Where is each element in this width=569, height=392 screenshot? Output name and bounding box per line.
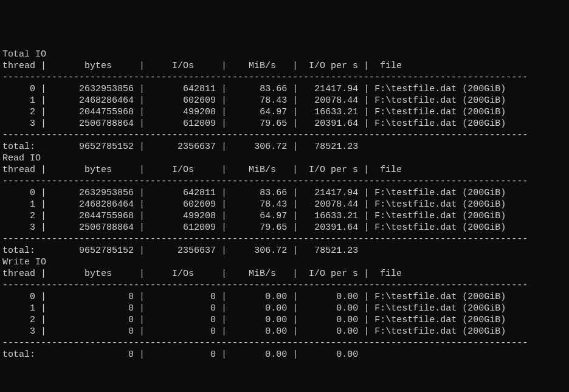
divider: ----------------------------------------… bbox=[2, 280, 528, 291]
cell-ios: 612009 bbox=[150, 222, 216, 233]
cell-bytes: 2506788864 bbox=[52, 119, 134, 129]
divider: ----------------------------------------… bbox=[2, 234, 528, 244]
cell-bytes: 0 bbox=[52, 349, 134, 360]
section-title-line: Read IO bbox=[2, 153, 567, 164]
cell-bytes: 9652785152 bbox=[52, 142, 134, 152]
cell-file: F:\testfile.dat (200GiB) bbox=[374, 107, 506, 117]
cell-total-label: total: bbox=[2, 349, 35, 360]
cell-file: F:\testfile.dat (200GiB) bbox=[374, 188, 506, 198]
cell-mibs: 78.43 bbox=[232, 95, 287, 106]
table-row: 1 | 0 | 0 | 0.00 | 0.00 | F:\testfile.da… bbox=[2, 303, 567, 314]
cell-ios: 499208 bbox=[150, 107, 216, 117]
cell-bytes: 9652785152 bbox=[52, 246, 134, 256]
cell-mibs: 78.43 bbox=[232, 199, 287, 210]
cell-thread: 0 bbox=[2, 84, 35, 94]
cell-ios: 642811 bbox=[150, 84, 216, 94]
divider-line: ----------------------------------------… bbox=[2, 337, 567, 349]
cell-iops: 0.00 bbox=[303, 292, 358, 302]
section-title: Write IO bbox=[2, 257, 46, 267]
divider: ----------------------------------------… bbox=[2, 338, 528, 348]
cell-thread: 0 bbox=[2, 292, 35, 302]
cell-iops: 78521.23 bbox=[303, 142, 358, 152]
cell-bytes: 2468286464 bbox=[52, 95, 134, 106]
cell-iops: 21417.94 bbox=[303, 84, 358, 94]
cell-bytes: 2044755968 bbox=[52, 107, 134, 117]
table-total: total: 9652785152 | 2356637 | 306.72 | 7… bbox=[2, 141, 567, 153]
cell-thread: 2 bbox=[2, 315, 35, 325]
cell-iops: 20391.64 bbox=[303, 119, 358, 129]
cell-iops: 21417.94 bbox=[303, 188, 358, 198]
cell-mibs: 0.00 bbox=[232, 349, 287, 360]
cell-bytes: 2468286464 bbox=[52, 199, 134, 210]
cell-ios: 0 bbox=[150, 292, 216, 302]
cell-ios: 2356637 bbox=[150, 142, 216, 152]
cell-iops: 16633.21 bbox=[303, 107, 358, 117]
cell-thread: 1 bbox=[2, 199, 35, 210]
cell-mibs: 64.97 bbox=[232, 211, 287, 221]
table-row: 0 | 2632953856 | 642811 | 83.66 | 21417.… bbox=[2, 83, 567, 95]
cell-ios: 0 bbox=[150, 315, 216, 325]
cell-mibs: 79.65 bbox=[232, 119, 287, 129]
divider: ----------------------------------------… bbox=[2, 72, 528, 83]
cell-thread: 3 bbox=[2, 326, 35, 337]
section-title: Read IO bbox=[2, 153, 41, 163]
cell-iops: 20078.44 bbox=[303, 95, 358, 106]
cell-file: F:\testfile.dat (200GiB) bbox=[374, 315, 506, 325]
divider-line: ----------------------------------------… bbox=[2, 129, 567, 141]
cell-file: F:\testfile.dat (200GiB) bbox=[374, 95, 506, 106]
cell-iops: 16633.21 bbox=[303, 211, 358, 221]
cell-iops: 0.00 bbox=[303, 315, 358, 325]
cell-bytes: 0 bbox=[52, 292, 134, 302]
cell-ios: 602609 bbox=[150, 95, 216, 106]
cell-file: F:\testfile.dat (200GiB) bbox=[374, 199, 506, 210]
table-header: thread | bytes | I/Os | MiB/s | I/O per … bbox=[2, 164, 567, 176]
cell-ios: 2356637 bbox=[150, 246, 216, 256]
cell-file: F:\testfile.dat (200GiB) bbox=[374, 222, 506, 233]
cell-ios: 602609 bbox=[150, 199, 216, 210]
terminal-output: Total IOthread | bytes | I/Os | MiB/s | … bbox=[2, 49, 567, 360]
cell-iops: 78521.23 bbox=[303, 246, 358, 256]
cell-thread: 3 bbox=[2, 119, 35, 129]
cell-thread: 0 bbox=[2, 188, 35, 198]
cell-file: F:\testfile.dat (200GiB) bbox=[374, 292, 506, 302]
section-title-line: Write IO bbox=[2, 256, 567, 268]
table-row: 0 | 0 | 0 | 0.00 | 0.00 | F:\testfile.da… bbox=[2, 291, 567, 303]
cell-file: F:\testfile.dat (200GiB) bbox=[374, 211, 506, 221]
table-row: 2 | 2044755968 | 499208 | 64.97 | 16633.… bbox=[2, 210, 567, 222]
cell-bytes: 0 bbox=[52, 326, 134, 337]
table-total: total: 0 | 0 | 0.00 | 0.00 bbox=[2, 349, 567, 360]
cell-ios: 0 bbox=[150, 303, 216, 314]
cell-mibs: 0.00 bbox=[232, 326, 287, 337]
cell-ios: 0 bbox=[150, 326, 216, 337]
cell-mibs: 306.72 bbox=[232, 246, 287, 256]
cell-bytes: 2632953856 bbox=[52, 188, 134, 198]
cell-iops: 0.00 bbox=[303, 303, 358, 314]
table-row: 3 | 2506788864 | 612009 | 79.65 | 20391.… bbox=[2, 222, 567, 233]
table-header: thread | bytes | I/Os | MiB/s | I/O per … bbox=[2, 60, 567, 72]
cell-mibs: 83.66 bbox=[232, 84, 287, 94]
divider-line: ----------------------------------------… bbox=[2, 176, 567, 187]
cell-mibs: 83.66 bbox=[232, 188, 287, 198]
table-row: 2 | 0 | 0 | 0.00 | 0.00 | F:\testfile.da… bbox=[2, 314, 567, 326]
cell-mibs: 0.00 bbox=[232, 292, 287, 302]
cell-iops: 20078.44 bbox=[303, 199, 358, 210]
cell-bytes: 2506788864 bbox=[52, 222, 134, 233]
cell-file: F:\testfile.dat (200GiB) bbox=[374, 84, 506, 94]
divider: ----------------------------------------… bbox=[2, 176, 528, 187]
table-header: thread | bytes | I/Os | MiB/s | I/O per … bbox=[2, 268, 567, 280]
cell-ios: 499208 bbox=[150, 211, 216, 221]
table-row: 1 | 2468286464 | 602609 | 78.43 | 20078.… bbox=[2, 199, 567, 210]
cell-bytes: 0 bbox=[52, 315, 134, 325]
cell-mibs: 0.00 bbox=[232, 315, 287, 325]
cell-ios: 0 bbox=[150, 349, 216, 360]
divider: ----------------------------------------… bbox=[2, 130, 528, 140]
cell-bytes: 2044755968 bbox=[52, 211, 134, 221]
cell-mibs: 79.65 bbox=[232, 222, 287, 233]
cell-mibs: 0.00 bbox=[232, 303, 287, 314]
table-row: 0 | 2632953856 | 642811 | 83.66 | 21417.… bbox=[2, 187, 567, 199]
divider-line: ----------------------------------------… bbox=[2, 280, 567, 291]
divider-line: ----------------------------------------… bbox=[2, 72, 567, 83]
cell-file: F:\testfile.dat (200GiB) bbox=[374, 303, 506, 314]
section-title: Total IO bbox=[2, 49, 46, 60]
cell-thread: 1 bbox=[2, 95, 35, 106]
